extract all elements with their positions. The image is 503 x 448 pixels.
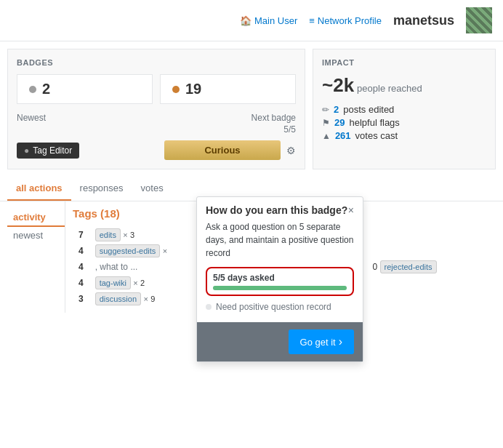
tag-count-4: 3 xyxy=(73,291,89,307)
tag-badge-wiki[interactable]: tag-wiki xyxy=(95,276,131,289)
flag-icon: ⚑ xyxy=(322,118,330,128)
header: 🏠 Main User ≡ Network Profile manetsus xyxy=(0,0,503,41)
tag-editor-label: Tag Editor xyxy=(33,145,72,156)
helpful-flags-count: 29 xyxy=(334,117,345,128)
silver-badge-box: 2 xyxy=(17,74,153,104)
popup-description: Ask a good question on 5 separate days, … xyxy=(206,220,354,260)
silver-dot xyxy=(29,86,36,93)
curious-label: Curious xyxy=(204,145,240,156)
network-profile-label: Network Profile xyxy=(318,15,382,26)
progress-bar-fill xyxy=(213,286,347,290)
tag-badge-0[interactable]: edits xyxy=(95,228,121,241)
votes-icon: ▲ xyxy=(322,131,331,141)
progress-bar-bg xyxy=(213,286,347,290)
tag-count-1: 4 xyxy=(73,243,89,259)
people-reached-label: people reached xyxy=(357,83,422,94)
header-nav: 🏠 Main User ≡ Network Profile manetsus xyxy=(240,7,492,33)
popup-footer: Go get it xyxy=(197,322,363,361)
votes-cast-count: 261 xyxy=(335,130,351,141)
tag-rejected[interactable]: rejected-edits xyxy=(380,260,437,273)
posts-edited-label: posts edited xyxy=(343,104,394,115)
next-badge-progress: 5/5 xyxy=(283,124,296,135)
newest-label: Newest xyxy=(17,113,46,123)
impact-title: IMPACT xyxy=(322,58,486,67)
tab-votes[interactable]: votes xyxy=(132,177,172,201)
popup-body: Ask a good question on 5 separate days, … xyxy=(197,220,363,322)
tag-count-3: 4 xyxy=(73,275,89,291)
tag-count-0: 7 xyxy=(73,227,89,243)
stat-helpful-flags: ⚑ 29 helpful flags xyxy=(322,117,486,128)
tab-responses[interactable]: responses xyxy=(71,177,132,201)
badge-labels: Newest Next badge 5/5 xyxy=(17,113,296,135)
tag-editor-badge: Tag Editor xyxy=(17,143,79,159)
tag-badge-1[interactable]: suggested-edits xyxy=(95,244,161,257)
silver-count: 2 xyxy=(42,81,50,97)
posts-edited-count: 2 xyxy=(334,104,339,115)
bronze-dot xyxy=(172,86,180,93)
badge-row: Tag Editor Curious ⚙ xyxy=(17,140,296,160)
tags-header-text: Tags xyxy=(73,207,97,220)
curious-badge[interactable]: Curious xyxy=(164,140,281,160)
progress-label: 5/5 days asked xyxy=(213,273,347,283)
requirement-item: Need positive question record xyxy=(206,302,354,312)
next-badge-info: Next badge 5/5 xyxy=(252,113,296,135)
main-user-link[interactable]: 🏠 Main User xyxy=(240,15,297,26)
main-user-icon: 🏠 xyxy=(240,15,252,26)
people-reached-number: ~2k xyxy=(322,74,354,97)
badge-counts: 2 19 xyxy=(17,74,296,104)
tags-count: (18) xyxy=(100,207,120,220)
row-label-2: , what to ... xyxy=(95,262,138,272)
main-content: BADGES 2 19 Newest Next badge 5/5 Tag Ed… xyxy=(0,41,503,177)
popup-title: How do you earn this badge? xyxy=(206,204,347,216)
badges-title: BADGES xyxy=(17,58,296,67)
network-profile-link[interactable]: ≡ Network Profile xyxy=(309,15,382,26)
left-tab-activity[interactable]: activity xyxy=(7,209,65,227)
tag-count-2: 4 xyxy=(73,259,89,275)
badges-panel: BADGES 2 19 Newest Next badge 5/5 Tag Ed… xyxy=(7,49,305,169)
avatar xyxy=(466,7,492,33)
next-badge-label: Next badge xyxy=(252,113,296,123)
tag-x-1: × xyxy=(163,247,167,255)
username: manetsus xyxy=(393,13,454,28)
left-tab-newest[interactable]: newest xyxy=(7,227,65,244)
tag-num-0: 3 xyxy=(130,231,134,239)
gear-icon[interactable]: ⚙ xyxy=(286,145,296,156)
requirement-label: Need positive question record xyxy=(216,302,331,312)
main-user-label: Main User xyxy=(254,15,297,26)
helpful-flags-label: helpful flags xyxy=(349,117,399,128)
left-tabs: activity newest xyxy=(7,201,65,313)
progress-area: 5/5 days asked xyxy=(206,267,354,296)
right-count-2: 0 xyxy=(373,262,378,272)
network-icon: ≡ xyxy=(309,15,315,26)
badge-popup: How do you earn this badge? × Ask a good… xyxy=(196,196,363,362)
tag-x-0: × xyxy=(123,231,127,239)
go-get-button[interactable]: Go get it xyxy=(289,329,354,354)
bronze-badge-box: 19 xyxy=(160,74,296,104)
tag-badge-discussion[interactable]: discussion xyxy=(95,292,141,305)
impact-panel: IMPACT ~2k people reached ✏ 2 posts edit… xyxy=(313,49,496,169)
votes-cast-label: votes cast xyxy=(355,130,398,141)
stat-posts-edited: ✏ 2 posts edited xyxy=(322,104,486,115)
bronze-count: 19 xyxy=(185,81,201,97)
close-icon[interactable]: × xyxy=(348,204,354,216)
tab-all-actions[interactable]: all actions xyxy=(7,177,71,201)
impact-stats: ✏ 2 posts edited ⚑ 29 helpful flags ▲ 26… xyxy=(322,104,486,141)
req-dot xyxy=(206,304,212,310)
pencil-icon: ✏ xyxy=(322,105,329,115)
stat-votes-cast: ▲ 261 votes cast xyxy=(322,130,486,141)
popup-header: How do you earn this badge? × xyxy=(197,197,363,220)
